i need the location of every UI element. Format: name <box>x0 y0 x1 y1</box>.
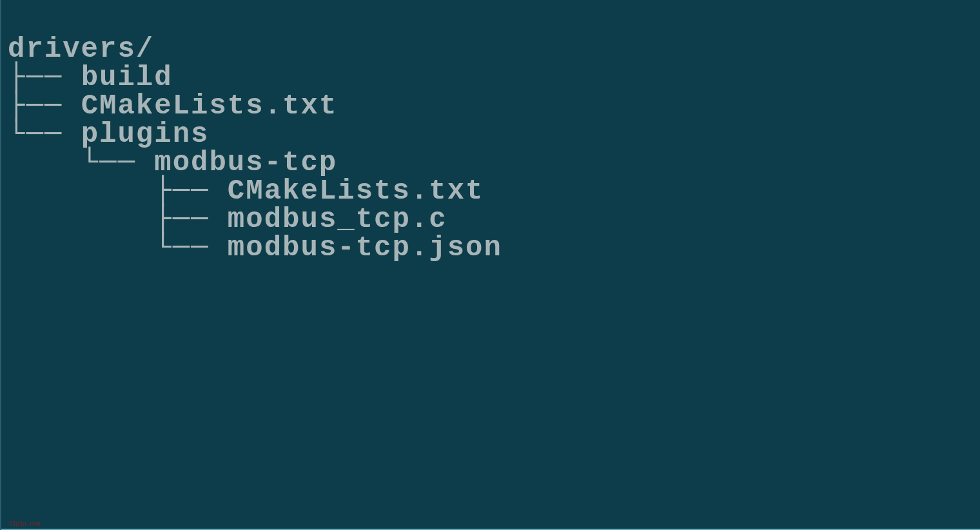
tree-item-modbus-json: └── modbus-tcp.json <box>8 231 502 264</box>
directory-tree: drivers/ ├── build ├── CMakeLists.txt └─… <box>8 6 974 262</box>
tree-item-modbus-tcp: └── modbus-tcp <box>8 146 337 179</box>
tree-item-modbus-cmakelists: ├── CMakeLists.txt <box>8 175 484 207</box>
tree-item-build: ├── build <box>8 61 173 93</box>
tree-root: drivers/ <box>8 33 154 65</box>
tree-item-cmakelists: ├── CMakeLists.txt <box>8 90 337 122</box>
tree-item-modbus-c: ├── modbus_tcp.c <box>8 203 447 235</box>
watermark: dlpin.com <box>9 521 41 527</box>
tree-item-plugins: └── plugins <box>8 118 209 150</box>
